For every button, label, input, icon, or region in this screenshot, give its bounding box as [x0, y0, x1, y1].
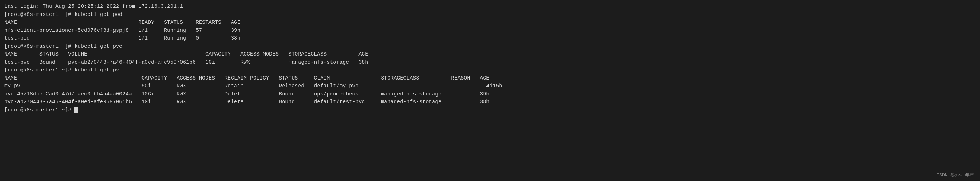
- pv-data-row-1: my-pv 5Gi RWX Retain Released default/my…: [4, 82, 976, 90]
- pod-data-row-2: test-pod 1/1 Running 0 38h: [4, 35, 976, 43]
- watermark-text: CSDN @冰木_年草: [936, 172, 974, 178]
- pod-header-row: NAME READY STATUS RESTARTS AGE: [4, 19, 976, 27]
- pv-header-row: NAME CAPACITY ACCESS MODES RECLAIM POLIC…: [4, 75, 976, 83]
- prompt-line-3: [root@k8s-master1 ~]# kubectl get pv: [4, 66, 976, 75]
- login-line: Last login: Thu Aug 25 20:25:12 2022 fro…: [4, 3, 976, 11]
- pvc-header-row: NAME STATUS VOLUME CAPACITY ACCESS MODES…: [4, 50, 976, 59]
- prompt-line-1: [root@k8s-master1 ~]# kubectl get pod: [4, 11, 976, 19]
- prompt-line-2: [root@k8s-master1 ~]# kubectl get pvc: [4, 43, 976, 51]
- prompt-line-4[interactable]: [root@k8s-master1 ~]#: [4, 106, 976, 115]
- pv-data-row-3: pvc-ab270443-7a46-404f-a0ed-afe9597061b6…: [4, 98, 976, 106]
- terminal-window: Last login: Thu Aug 25 20:25:12 2022 fro…: [0, 0, 980, 181]
- pvc-data-row-1: test-pvc Bound pvc-ab270443-7a46-404f-a0…: [4, 59, 976, 67]
- pod-data-row-1: nfs-client-provisioner-5cd976cf8d-gspj8 …: [4, 27, 976, 35]
- pv-data-row-2: pvc-45718dce-2ad0-47d7-aec0-bb4a4aa0024a…: [4, 90, 976, 99]
